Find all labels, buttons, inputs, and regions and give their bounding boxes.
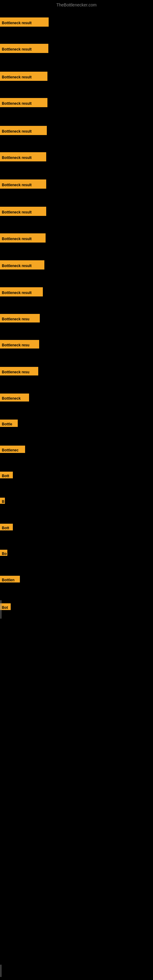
line-1 <box>1 600 1 619</box>
badge-2[interactable]: Bottleneck result <box>0 44 48 53</box>
badge-13[interactable]: Bottleneck resu <box>0 340 39 348</box>
badge-6[interactable]: Bottleneck result <box>0 152 46 161</box>
badge-3[interactable]: Bottleneck result <box>0 72 48 81</box>
badge-18[interactable]: Bott <box>0 472 13 478</box>
badge-5[interactable]: Bottleneck result <box>0 126 47 135</box>
badge-16[interactable]: Bottle <box>0 420 18 427</box>
line-2 <box>1 965 1 977</box>
badge-8[interactable]: Bottleneck result <box>0 207 46 216</box>
badge-4[interactable]: Bottleneck result <box>0 98 48 107</box>
badge-17[interactable]: Bottlenec <box>0 445 25 453</box>
badge-11[interactable]: Bottleneck result <box>0 287 43 296</box>
badge-10[interactable]: Bottleneck result <box>0 260 45 269</box>
badge-7[interactable]: Bottleneck result <box>0 180 46 189</box>
badge-1[interactable]: Bottleneck result <box>0 18 49 27</box>
site-title: TheBottlenecker.com <box>0 2 153 7</box>
badge-20[interactable]: Bott <box>0 524 13 530</box>
badge-21[interactable]: Bo <box>0 550 7 556</box>
badge-22[interactable]: Bottlen <box>0 576 20 582</box>
badge-23[interactable]: Bot <box>0 603 11 610</box>
badge-9[interactable]: Bottleneck result <box>0 233 46 243</box>
badge-12[interactable]: Bottleneck resu <box>0 314 40 323</box>
badge-19[interactable]: B <box>0 498 5 504</box>
badge-15[interactable]: Bottleneck <box>0 393 29 401</box>
badge-14[interactable]: Bottleneck resu <box>0 367 38 375</box>
